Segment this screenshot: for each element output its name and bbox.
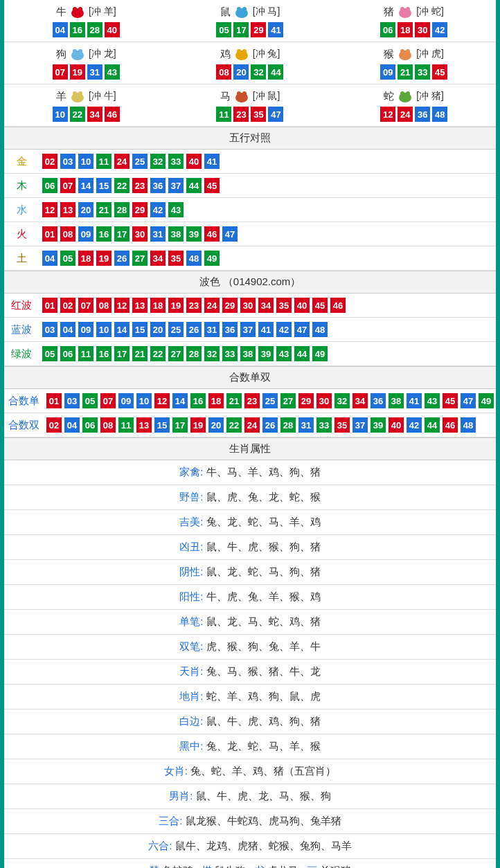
number-badge: 44 bbox=[425, 417, 440, 433]
number-badge: 43 bbox=[105, 64, 120, 80]
table-row: 水1213202128294243 bbox=[4, 198, 496, 222]
bottom-value: 虎龙马 bbox=[267, 865, 298, 868]
zodiac-numbers: 05172941 bbox=[171, 22, 330, 37]
bottom-key: 琴: bbox=[149, 865, 162, 868]
number-badge: 37 bbox=[352, 417, 368, 433]
number-badge: 32 bbox=[150, 154, 166, 169]
bottom-value: 羊猴猪 bbox=[320, 865, 351, 868]
svg-point-26 bbox=[406, 91, 410, 96]
number-badge: 10 bbox=[136, 393, 152, 408]
attr-row: 黑中: 兔、龙、蛇、马、羊、猴 bbox=[4, 734, 496, 759]
number-badge: 46 bbox=[204, 226, 220, 242]
number-badge: 15 bbox=[96, 178, 111, 193]
number-badge: 48 bbox=[186, 251, 202, 266]
number-badge: 08 bbox=[60, 226, 75, 242]
number-badge: 05 bbox=[82, 393, 98, 408]
shuxing-header: 生肖属性 bbox=[4, 437, 496, 460]
main-container: 牛[冲 羊]04162840鼠[冲 马]05172941猪[冲 蛇]061830… bbox=[0, 0, 500, 868]
number-badge: 22 bbox=[226, 417, 242, 433]
attr-label: 家禽: bbox=[179, 466, 206, 478]
number-badge: 06 bbox=[380, 22, 395, 37]
attr-value: 兔、龙、蛇、马、羊、鸡 bbox=[206, 516, 321, 527]
row-label: 绿波 bbox=[4, 347, 39, 361]
bottom-value: 鼠牛狗 bbox=[215, 865, 246, 868]
bottom-key: 画: bbox=[307, 865, 320, 868]
zodiac-clash: [冲 兔] bbox=[253, 48, 280, 60]
number-badge: 45 bbox=[432, 64, 447, 80]
number-badge: 31 bbox=[150, 226, 166, 242]
table-row: 土04051819262734354849 bbox=[4, 246, 496, 271]
number-badge: 32 bbox=[251, 64, 266, 80]
number-badge: 07 bbox=[53, 64, 68, 80]
number-badge: 44 bbox=[186, 178, 202, 193]
number-badge: 15 bbox=[154, 417, 170, 433]
attr-table: 家禽: 牛、马、羊、鸡、狗、猪野兽: 鼠、虎、兔、龙、蛇、猴吉美: 兔、龙、蛇、… bbox=[4, 460, 496, 859]
zodiac-clash: [冲 羊] bbox=[89, 6, 116, 18]
zodiac-icon bbox=[232, 46, 251, 62]
attr-label: 阴性: bbox=[179, 566, 206, 577]
number-badge: 07 bbox=[78, 298, 93, 313]
number-badge: 30 bbox=[316, 393, 332, 408]
zodiac-cell: 羊[冲 牛]10223446 bbox=[4, 84, 168, 127]
number-badge: 36 bbox=[222, 322, 238, 337]
zodiac-name: 羊 bbox=[56, 90, 66, 103]
number-badge: 17 bbox=[172, 417, 188, 433]
number-badge: 02 bbox=[42, 154, 57, 169]
zodiac-numbers: 07193143 bbox=[7, 64, 166, 80]
number-badge: 24 bbox=[204, 298, 220, 313]
number-badge: 41 bbox=[407, 393, 422, 408]
attr-value: 鼠、龙、蛇、马、狗、猪 bbox=[206, 566, 321, 577]
number-badge: 40 bbox=[389, 417, 404, 433]
number-badge: 29 bbox=[251, 22, 266, 37]
attr-value: 鼠牛、龙鸡、虎猪、蛇猴、兔狗、马羊 bbox=[175, 840, 352, 851]
attr-value: 虎、猴、狗、兔、羊、牛 bbox=[206, 640, 321, 652]
number-badge: 23 bbox=[244, 393, 260, 408]
attr-row: 天肖: 兔、马、猴、猪、牛、龙 bbox=[4, 660, 496, 685]
zodiac-name: 鼠 bbox=[220, 6, 231, 19]
number-badge: 33 bbox=[222, 346, 238, 361]
number-badge: 39 bbox=[370, 417, 386, 433]
number-badge: 43 bbox=[425, 393, 440, 408]
svg-point-17 bbox=[406, 49, 410, 53]
number-badge: 29 bbox=[298, 393, 314, 408]
number-badge: 19 bbox=[190, 417, 206, 433]
number-badge: 41 bbox=[204, 154, 220, 169]
number-badge: 16 bbox=[190, 393, 206, 408]
bose-header: 波色 （014902.com） bbox=[4, 271, 496, 293]
number-badge: 24 bbox=[114, 154, 130, 169]
number-badge: 35 bbox=[334, 417, 350, 433]
number-badge: 13 bbox=[132, 298, 148, 313]
svg-point-4 bbox=[237, 7, 241, 11]
zodiac-cell: 牛[冲 羊]04162840 bbox=[4, 0, 168, 42]
zodiac-icon bbox=[68, 89, 87, 104]
number-badge: 39 bbox=[186, 226, 202, 242]
table-row: 火0108091617303138394647 bbox=[4, 222, 496, 246]
number-badge: 02 bbox=[60, 298, 75, 313]
attr-label: 双笔: bbox=[179, 640, 206, 652]
number-badge: 33 bbox=[316, 417, 332, 433]
table-row: 木06071415222336374445 bbox=[4, 174, 496, 198]
number-badge: 08 bbox=[96, 298, 111, 313]
number-badge: 28 bbox=[186, 346, 202, 361]
number-badge: 10 bbox=[96, 322, 111, 337]
number-badge: 11 bbox=[118, 417, 134, 433]
number-badge: 23 bbox=[186, 298, 202, 313]
number-badge: 01 bbox=[42, 226, 57, 242]
attr-label: 六合: bbox=[148, 840, 175, 851]
number-badge: 36 bbox=[415, 107, 430, 122]
zodiac-cell: 鸡[冲 兔]08203244 bbox=[168, 42, 332, 84]
number-badge: 48 bbox=[432, 107, 447, 122]
number-badge: 49 bbox=[204, 251, 220, 266]
row-content: 1213202128294243 bbox=[39, 202, 184, 217]
number-badge: 45 bbox=[312, 298, 328, 313]
number-badge: 41 bbox=[268, 22, 283, 37]
zodiac-numbers: 06183042 bbox=[334, 22, 493, 37]
attr-label: 地肖: bbox=[179, 690, 206, 702]
svg-point-11 bbox=[78, 49, 82, 53]
attr-label: 男肖: bbox=[169, 790, 195, 802]
number-badge: 03 bbox=[64, 393, 80, 408]
number-badge: 09 bbox=[78, 322, 93, 337]
bottom-row: 琴:兔蛇鸡棋:鼠牛狗书:虎龙马画:羊猴猪 bbox=[4, 859, 496, 868]
number-badge: 42 bbox=[276, 322, 292, 337]
number-badge: 49 bbox=[479, 393, 494, 408]
